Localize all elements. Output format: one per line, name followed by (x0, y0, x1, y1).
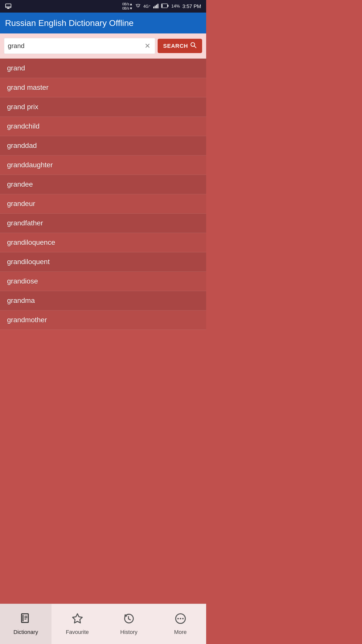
clear-icon[interactable]: ✕ (144, 41, 151, 51)
signal-icon: 4G⁺ (143, 4, 151, 9)
svg-rect-0 (6, 4, 11, 8)
word-list-item[interactable]: grandchild (0, 117, 206, 136)
svg-rect-1 (7, 8, 10, 9)
search-bar: ✕ SEARCH (0, 33, 206, 59)
svg-rect-8 (167, 5, 168, 7)
word-list-item[interactable]: grandeur (0, 194, 206, 214)
svg-rect-2 (153, 7, 154, 8)
search-input-container[interactable]: ✕ (4, 38, 155, 54)
alarm-icon (135, 4, 141, 9)
status-right: 0B/s▲ 0B/s▼ 4G⁺ 14% 3:57 PM (122, 2, 201, 11)
search-button-label: SEARCH (163, 43, 188, 49)
data-speed: 0B/s▲ 0B/s▼ (122, 2, 133, 11)
svg-rect-4 (156, 5, 157, 9)
search-input[interactable] (8, 42, 144, 50)
word-list-item[interactable]: grandiloquence (0, 233, 206, 252)
word-list-item[interactable]: grandee (0, 175, 206, 194)
status-image-icon (5, 3, 12, 10)
time-display: 3:57 PM (183, 4, 201, 9)
svg-rect-7 (162, 4, 163, 7)
search-button[interactable]: SEARCH (158, 39, 202, 53)
battery-percent: 14% (171, 4, 180, 9)
signal-bars-icon (153, 4, 159, 9)
word-list-item[interactable]: granddaughter (0, 155, 206, 175)
svg-rect-3 (155, 6, 156, 8)
word-list-item[interactable]: grand prix (0, 97, 206, 117)
word-list-item[interactable]: grandmother (0, 310, 206, 330)
svg-rect-5 (158, 4, 159, 8)
word-list-item[interactable]: grandfather (0, 214, 206, 233)
svg-line-10 (194, 46, 196, 48)
word-list-item[interactable]: grand (0, 59, 206, 78)
search-icon (190, 42, 197, 50)
word-list-item[interactable]: grandma (0, 291, 206, 310)
word-list-item[interactable]: grandiose (0, 272, 206, 291)
battery-status (161, 4, 169, 9)
status-bar: 0B/s▲ 0B/s▼ 4G⁺ 14% 3:57 PM (0, 0, 206, 13)
app-header: Russian English Dictionary Offline (0, 13, 206, 33)
word-list-item[interactable]: granddad (0, 136, 206, 155)
word-list-item[interactable]: grand master (0, 78, 206, 97)
word-list-item[interactable]: grandiloquent (0, 252, 206, 272)
word-list: grandgrand mastergrand prixgrandchildgra… (0, 59, 206, 370)
app-title: Russian English Dictionary Offline (5, 18, 134, 28)
